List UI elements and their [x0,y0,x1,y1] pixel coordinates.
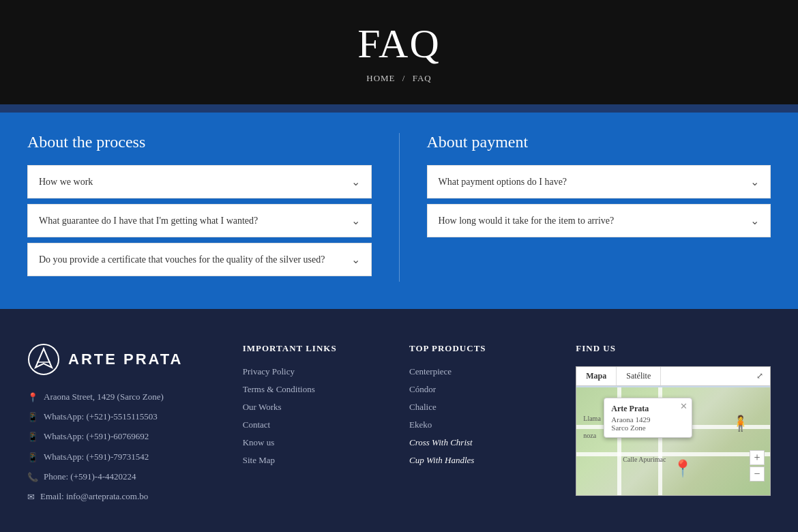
map-label-zona: noza [583,432,596,439]
product-cross-with-christ[interactable]: Cross With Christ [409,437,555,448]
faq-process-heading: About the process [27,133,372,151]
faq-item-how-we-work[interactable]: How we work ⌄ [27,165,372,198]
phone-icon: 📱 [27,452,38,464]
map-road [576,452,770,456]
map-tab-satelite[interactable]: Satélite [617,367,661,385]
map-popup-title: Arte Prata [611,404,685,414]
map-zoom-out-button[interactable]: − [750,467,765,482]
contact-address: 📍 Araona Street, 1429 (Sarco Zone) [27,391,222,404]
footer-links-column: IMPORTANT LINKS Privacy Policy Terms & C… [243,343,389,510]
divider-bar [0,104,798,113]
link-our-works[interactable]: Our Works [243,402,389,413]
chevron-down-icon: ⌄ [351,253,360,266]
footer-brand-column: ARTE PRATA 📍 Araona Street, 1429 (Sarco … [27,343,222,510]
footer: ARTE PRATA 📍 Araona Street, 1429 (Sarco … [0,309,798,531]
map-tab-mapa[interactable]: Mapa [576,367,617,385]
contact-email[interactable]: ✉ Email: info@arteprata.com.bo [27,490,222,503]
breadcrumb-separator: / [402,73,406,83]
arte-prata-logo-icon [27,343,60,376]
breadcrumb-home[interactable]: HOME [366,73,395,83]
faq-payment-heading: About payment [427,133,771,151]
link-privacy-policy[interactable]: Privacy Policy [243,366,389,377]
faq-item-label: How we work [39,177,93,188]
map-label-llama: Llama [583,415,601,422]
link-know-us[interactable]: Know us [243,437,389,448]
map-popup-address2: Sarco Zone [611,424,685,432]
map-person-icon: 🧍 [731,415,750,432]
map-popup: ✕ Arte Prata Araona 1429 Sarco Zone [604,398,692,438]
faq-section: About the process How we work ⌄ What gua… [0,113,798,309]
contact-email-text: Email: info@arteprata.com.bo [40,490,148,503]
faq-item-label: Do you provide a certificate that vouche… [39,254,325,265]
chevron-down-icon: ⌄ [351,214,360,227]
contact-phone-text: Phone: (+591)-4-4420224 [44,471,136,483]
contact-phone[interactable]: 📞 Phone: (+591)-4-4420224 [27,471,222,484]
products-heading: TOP PRODUCTS [409,343,555,354]
contact-whatsapp-2[interactable]: 📱 WhatsApp: (+591)-60769692 [27,430,222,443]
page-title: FAQ [0,20,798,68]
contact-address-text: Araona Street, 1429 (Sarco Zone) [44,391,164,403]
product-chalice[interactable]: Chalice [409,402,555,413]
hero-section: FAQ HOME / FAQ [0,0,798,104]
map-expand-icon[interactable]: ⤢ [750,367,770,385]
footer-map-column: FIND US Mapa Satélite ⤢ noza Calle Apuri… [576,343,771,510]
link-site-map[interactable]: Site Map [243,455,389,466]
faq-payment-column: About payment What payment options do I … [400,133,785,282]
link-terms[interactable]: Terms & Conditions [243,384,389,395]
faq-item-label: What payment options do I have? [439,177,567,188]
brand-name: ARTE PRATA [68,351,183,368]
faq-item-certificate[interactable]: Do you provide a certificate that vouche… [27,243,372,276]
phone-icon: 📱 [27,411,38,424]
map-zoom-in-button[interactable]: + [750,450,765,465]
footer-products-column: TOP PRODUCTS Centerpiece Cóndor Chalice … [409,343,555,510]
breadcrumb-current: FAQ [413,73,432,83]
map-controls: + − [750,450,765,482]
map-tabs: Mapa Satélite ⤢ [576,367,770,386]
map-popup-close-icon[interactable]: ✕ [680,401,688,412]
location-icon: 📍 [27,391,38,404]
faq-item-guarantee[interactable]: What guarantee do I have that I'm gettin… [27,204,372,237]
map-popup-address1: Araona 1429 [611,415,685,424]
links-heading: IMPORTANT LINKS [243,343,389,354]
map-body: noza Calle Apurimac Llama ✕ Arte Prata A… [576,387,770,495]
link-contact[interactable]: Contact [243,419,389,430]
contact-whatsapp-1-text: WhatsApp: (+521)-5515115503 [44,411,158,423]
faq-item-label: How long would it take for the item to a… [439,216,615,226]
faq-item-delivery-time[interactable]: How long would it take for the item to a… [427,204,771,237]
faq-item-label: What guarantee do I have that I'm gettin… [39,216,258,226]
contact-whatsapp-1[interactable]: 📱 WhatsApp: (+521)-5515115503 [27,411,222,424]
faq-process-column: About the process How we work ⌄ What gua… [14,133,400,282]
map-container[interactable]: Mapa Satélite ⤢ noza Calle Apurimac Llam… [576,366,771,496]
product-condor[interactable]: Cóndor [409,384,555,395]
email-icon: ✉ [27,491,35,503]
phone-icon: 📞 [27,471,38,484]
chevron-down-icon: ⌄ [351,175,360,188]
product-cup-with-handles[interactable]: Cup With Handles [409,455,555,466]
findus-heading: FIND US [576,343,771,354]
chevron-down-icon: ⌄ [750,214,759,227]
breadcrumb: HOME / FAQ [0,73,798,84]
brand-logo: ARTE PRATA [27,343,222,376]
phone-icon: 📱 [27,431,38,443]
map-label-calle: Calle Apurimac [623,456,666,463]
map-pin-icon: 📍 [673,459,693,478]
chevron-down-icon: ⌄ [750,175,759,188]
contact-whatsapp-3-text: WhatsApp: (+591)-79731542 [44,451,149,463]
contact-whatsapp-2-text: WhatsApp: (+591)-60769692 [44,430,149,443]
faq-item-payment-options[interactable]: What payment options do I have? ⌄ [427,165,771,198]
product-ekeko[interactable]: Ekeko [409,419,555,430]
contact-whatsapp-3[interactable]: 📱 WhatsApp: (+591)-79731542 [27,451,222,464]
product-centerpiece[interactable]: Centerpiece [409,366,555,377]
